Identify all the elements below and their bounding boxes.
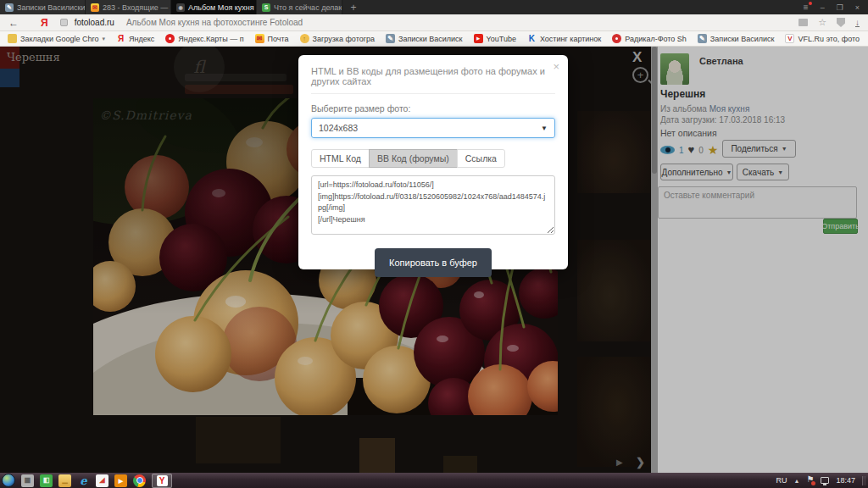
page-content: Черешня fl: [0, 47, 868, 473]
size-label: Выберите размер фото:: [311, 103, 555, 114]
taskbar-app-icon[interactable]: [21, 474, 34, 487]
yandex-browser-icon: Y: [157, 475, 168, 486]
media-player-icon[interactable]: [114, 474, 127, 487]
browser-tab[interactable]: Что я сейчас делаю, прод: [257, 0, 342, 14]
bookmark-star-icon[interactable]: ☆: [818, 17, 826, 28]
bookmarks-bar: Закладки Google Chro▾ Яндекс Яндекс.Карт…: [0, 31, 868, 47]
browser-tab[interactable]: Записки Василиски (Светл: [0, 0, 86, 14]
url-field[interactable]: fotoload.ru Альбом Моя кухня на фотохост…: [60, 16, 791, 30]
modal-close-icon[interactable]: ×: [553, 60, 559, 73]
browser-menu-icon[interactable]: ≡: [804, 3, 809, 12]
maximize-button[interactable]: ❐: [837, 3, 843, 12]
address-bar-actions: ☆ ↓: [790, 17, 868, 28]
download-icon[interactable]: ↓: [855, 19, 860, 27]
show-desktop-button[interactable]: [862, 476, 866, 485]
close-button[interactable]: ×: [855, 3, 860, 12]
bookmark-item[interactable]: Хостинг картинок: [527, 34, 601, 43]
windows-taskbar: Y RU ▲ 18:47: [0, 473, 868, 488]
vfl-icon: [785, 34, 794, 43]
explorer-icon[interactable]: [58, 474, 71, 487]
minimize-button[interactable]: –: [821, 3, 825, 12]
address-bar: ← Я fotoload.ru Альбом Моя кухня на фото…: [0, 14, 868, 31]
maps-pin-icon: [165, 34, 175, 43]
bookmark-item[interactable]: YouTube: [474, 34, 516, 43]
browser-tab-active[interactable]: Альбом Моя кухня на ф ×: [171, 0, 257, 14]
clock[interactable]: 18:47: [836, 476, 855, 485]
tab-title: Альбом Моя кухня на ф: [188, 3, 257, 12]
bookmark-item[interactable]: Радикал-Фото Sh: [612, 34, 687, 43]
taskbar-app-icon[interactable]: [40, 474, 53, 487]
k-hosting-icon: [527, 34, 537, 43]
mail-icon: [91, 3, 99, 12]
code-tabs: HTML Код BB Код (форумы) Ссылка: [311, 149, 555, 168]
bookmark-item[interactable]: Записки Василиск: [386, 34, 463, 43]
window-controls: ≡ – ❐ ×: [795, 0, 868, 14]
tray-expand-icon[interactable]: ▲: [794, 478, 800, 484]
chevron-down-icon: ▼: [541, 125, 548, 132]
bookmark-item[interactable]: Яндекс: [116, 34, 154, 43]
youtube-icon: [474, 34, 483, 43]
tab-bb-code[interactable]: BB Код (форумы): [369, 149, 458, 168]
lj-icon: [5, 3, 14, 12]
yandex-icon: [116, 34, 125, 43]
camera-icon: [176, 3, 185, 12]
system-tray: RU ▲ 18:47: [776, 476, 868, 485]
mail-icon: [255, 34, 264, 43]
tab-html-code[interactable]: HTML Код: [311, 149, 370, 168]
chrome-icon[interactable]: [133, 474, 146, 487]
yandex-logo[interactable]: Я: [29, 17, 60, 29]
lj-icon: [698, 34, 707, 43]
taskbar-app-icon[interactable]: [96, 474, 108, 487]
code-textarea[interactable]: [url=https://fotoload.ru/foto/11056/] [i…: [311, 175, 555, 235]
yandex-browser-taskbar-button[interactable]: Y: [152, 474, 172, 488]
modal-title: HTML и BB коды для размещения фото на фо…: [311, 66, 555, 94]
network-icon[interactable]: [821, 477, 829, 484]
bookmark-item[interactable]: VFL.Ru это, фото: [785, 34, 860, 43]
internet-explorer-icon[interactable]: [77, 474, 90, 487]
bookmark-item[interactable]: Загрузка фотогра: [300, 34, 375, 43]
url-page-title: Альбом Моя кухня на фотохостинге Fotoloa…: [126, 18, 303, 27]
tab-title: Что я сейчас делаю, прод: [274, 3, 342, 12]
bookmark-item[interactable]: Почта: [255, 34, 289, 43]
page-icon: [60, 19, 68, 26]
start-button[interactable]: [2, 474, 15, 487]
language-indicator[interactable]: RU: [776, 476, 787, 485]
size-select[interactable]: 1024x683 ▼: [311, 118, 555, 138]
action-center-flag-icon[interactable]: [806, 476, 814, 485]
bookmark-item[interactable]: Яндекс.Карты — п: [165, 34, 243, 43]
tab-link[interactable]: Ссылка: [457, 149, 505, 168]
url-host: fotoload.ru: [75, 18, 114, 27]
new-tab-button[interactable]: +: [342, 0, 364, 14]
browser-tab-strip: Записки Василиски (Светл 283 - Входящие …: [0, 0, 868, 14]
radikal-icon: [612, 34, 621, 43]
image-icon[interactable]: [798, 19, 808, 26]
s-icon: [262, 3, 270, 12]
back-button[interactable]: ←: [0, 17, 29, 29]
browser-tab[interactable]: 283 - Входящие — Яндекс.: [86, 0, 171, 14]
screen: Записки Василиски (Светл 283 - Входящие …: [0, 0, 868, 488]
protect-shield-icon[interactable]: [837, 18, 845, 27]
share-codes-modal: × HTML и BB коды для размещения фото на …: [298, 55, 568, 269]
lj-icon: [386, 34, 395, 43]
bookmark-item[interactable]: Записки Василиск: [698, 34, 775, 43]
tab-title: 283 - Входящие — Яндекс.: [103, 3, 171, 12]
upload-icon: [300, 34, 309, 43]
notification-dot: [809, 2, 812, 5]
tab-title: Записки Василиски (Светл: [17, 3, 86, 12]
bookmark-folder[interactable]: Закладки Google Chro▾: [8, 34, 105, 43]
copy-to-clipboard-button[interactable]: Копировать в буфер: [375, 248, 492, 277]
folder-icon: [8, 34, 17, 43]
